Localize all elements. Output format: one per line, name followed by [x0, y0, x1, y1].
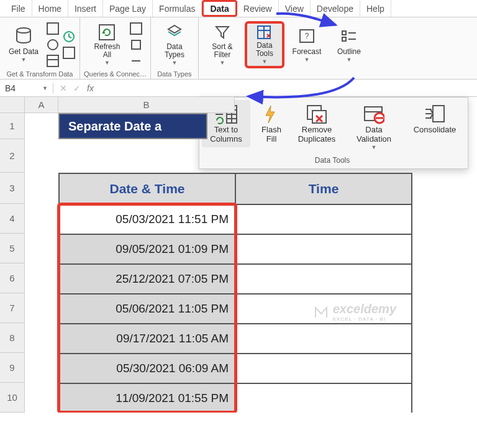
- cell-c10[interactable]: [235, 383, 412, 413]
- cell-c9[interactable]: [235, 354, 412, 383]
- tab-page-layout[interactable]: Page Lay: [103, 0, 153, 17]
- chevron-down-icon: ▼: [261, 58, 267, 65]
- data-types-button[interactable]: Data Types ▼: [155, 21, 194, 68]
- ribbon: Get Data ▼ Get & Transform Data Refresh …: [0, 17, 477, 80]
- svg-rect-7: [99, 25, 114, 40]
- title-cell[interactable]: Separate Date a: [58, 113, 207, 139]
- group-caption-get-transform: Get & Transform Data: [7, 69, 73, 78]
- data-types-label: Data Types: [157, 43, 193, 60]
- chevron-down-icon: ▼: [42, 85, 48, 91]
- queries-icon[interactable]: [129, 22, 143, 35]
- svg-rect-15: [342, 31, 346, 35]
- fx-icon[interactable]: fx: [87, 83, 94, 93]
- from-text-icon[interactable]: [46, 22, 60, 35]
- group-caption-queries: Queries & Connec…: [84, 69, 147, 78]
- svg-point-2: [48, 40, 58, 50]
- cell-b7[interactable]: 05/06/2021 11:05 PM: [59, 294, 235, 324]
- cell-c8[interactable]: [235, 324, 412, 354]
- ribbon-group-tools: Sort & Filter ▼ Data Tools ▼ ? Forecast …: [199, 17, 373, 79]
- properties-icon[interactable]: [129, 38, 143, 52]
- tab-home[interactable]: Home: [32, 0, 68, 17]
- filter-icon: [214, 23, 230, 42]
- queries-small: [129, 22, 143, 68]
- chevron-down-icon: ▼: [104, 60, 110, 66]
- cell-b8[interactable]: 09/17/2021 11:05 AM: [59, 324, 235, 354]
- name-box-value: B4: [5, 83, 16, 93]
- svg-rect-9: [132, 40, 140, 49]
- cell-c7[interactable]: [235, 294, 412, 324]
- connections-icon2[interactable]: [62, 46, 76, 60]
- data-table-wrap: Date & Time Time 05/03/2021 11:51 PM 09/…: [58, 173, 412, 413]
- tab-file[interactable]: File: [5, 0, 32, 17]
- data-table: Date & Time Time 05/03/2021 11:51 PM 09/…: [58, 173, 412, 413]
- cell-b10[interactable]: 11/09/2021 01:55 PM: [59, 383, 235, 413]
- forecast-label: Forecast: [293, 48, 322, 57]
- row-header[interactable]: 7: [0, 293, 25, 323]
- cell-b4[interactable]: 05/03/2021 11:51 PM: [59, 204, 235, 234]
- forecast-icon: ?: [298, 25, 316, 47]
- tab-developer[interactable]: Develope: [311, 0, 360, 17]
- cell-b9[interactable]: 05/30/2021 06:09 AM: [59, 354, 235, 383]
- ribbon-group-get-transform: Get Data ▼ Get & Transform Data: [0, 17, 80, 79]
- data-tools-label: Data Tools: [248, 42, 281, 59]
- cell-c5[interactable]: [235, 234, 412, 264]
- links-icon[interactable]: [129, 54, 143, 68]
- sort-filter-button[interactable]: Sort & Filter ▼: [202, 21, 242, 68]
- tab-data[interactable]: Data: [202, 0, 237, 17]
- svg-text:?: ?: [305, 32, 309, 40]
- row-header[interactable]: 6: [0, 263, 25, 293]
- row-header[interactable]: 9: [0, 353, 25, 383]
- recent-icon[interactable]: [62, 30, 76, 43]
- outline-button[interactable]: Outline ▼: [329, 21, 369, 68]
- chevron-down-icon: ▼: [346, 57, 352, 63]
- cell-c6[interactable]: [235, 264, 412, 294]
- column-headers: A B: [25, 97, 477, 113]
- data-tools-icon: [256, 24, 273, 40]
- spreadsheet-grid: 1 2 3 4 5 6 7 8 9 10 A B Separate Date a…: [0, 97, 477, 413]
- svg-rect-8: [130, 23, 142, 34]
- tab-formulas[interactable]: Formulas: [153, 0, 202, 17]
- sort-filter-label: Sort & Filter: [204, 43, 240, 60]
- refresh-all-button[interactable]: Refresh All ▼: [87, 21, 127, 68]
- data-tools-button[interactable]: Data Tools ▼: [245, 21, 284, 68]
- header-time[interactable]: Time: [235, 173, 412, 204]
- group-caption-types: Data Types: [157, 69, 191, 78]
- header-date-time[interactable]: Date & Time: [59, 173, 235, 204]
- name-box[interactable]: B4 ▼: [0, 83, 53, 93]
- row-header[interactable]: 2: [0, 139, 25, 173]
- tab-view[interactable]: View: [279, 0, 311, 17]
- cell-b5[interactable]: 09/05/2021 01:09 PM: [59, 234, 235, 264]
- row-header[interactable]: 10: [0, 383, 25, 413]
- chevron-down-icon: ▼: [219, 60, 225, 66]
- tab-help[interactable]: Help: [360, 0, 391, 17]
- cancel-icon[interactable]: ✕: [60, 83, 67, 93]
- group-caption-blank: [284, 69, 286, 78]
- tab-review[interactable]: Review: [237, 0, 279, 17]
- get-data-label: Get Data: [9, 48, 39, 57]
- row-header[interactable]: 4: [0, 204, 25, 234]
- chevron-down-icon: ▼: [171, 60, 177, 66]
- tab-insert[interactable]: Insert: [68, 0, 103, 17]
- row-header[interactable]: 1: [0, 113, 25, 139]
- row-header[interactable]: 3: [0, 173, 25, 204]
- chevron-down-icon: ▼: [21, 57, 27, 63]
- from-web-icon[interactable]: [46, 38, 60, 52]
- refresh-icon: [98, 23, 116, 42]
- row-header[interactable]: 5: [0, 234, 25, 263]
- select-all-corner[interactable]: [0, 97, 25, 113]
- from-table-icon[interactable]: [46, 54, 60, 68]
- svg-rect-3: [47, 55, 58, 66]
- sheet-area[interactable]: A B Separate Date a Date & Time Time 05/…: [25, 97, 477, 413]
- formula-bar-icons: ✕ ✓ fx: [53, 83, 100, 93]
- outline-label: Outline: [337, 48, 361, 57]
- cell-b6[interactable]: 25/12/2021 07:05 PM: [59, 264, 235, 294]
- get-data-small-buttons: [46, 22, 60, 68]
- get-data-button[interactable]: Get Data ▼: [4, 21, 43, 68]
- row-header[interactable]: 8: [0, 323, 25, 353]
- enter-icon[interactable]: ✓: [73, 83, 81, 93]
- data-types-icon: [165, 23, 184, 42]
- forecast-button[interactable]: ? Forecast ▼: [287, 21, 327, 68]
- col-header[interactable]: A: [25, 97, 58, 113]
- col-header[interactable]: B: [58, 97, 235, 113]
- cell-c4[interactable]: [235, 204, 412, 234]
